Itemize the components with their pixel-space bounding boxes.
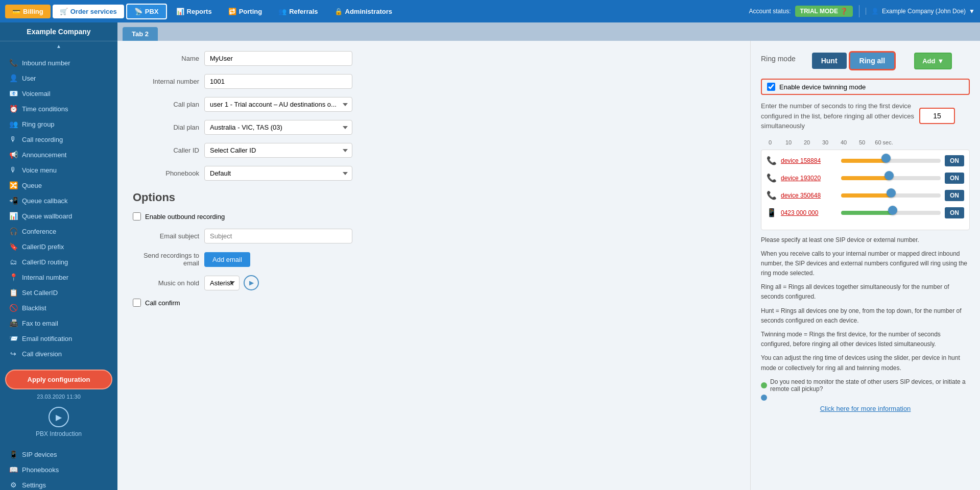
caller-id-select[interactable]: Select Caller ID xyxy=(204,143,352,158)
wallboard-icon: 📊 xyxy=(9,212,18,220)
call-confirm-checkbox[interactable] xyxy=(133,299,141,307)
inbound-number-icon: 📞 xyxy=(9,59,18,67)
phonebook-select[interactable]: Default xyxy=(204,166,352,181)
sidebar-item-queue-wallboard[interactable]: 📊 Queue wallboard xyxy=(0,208,117,224)
form-content: Name Internal number Call plan user 1 - … xyxy=(117,41,980,490)
device-name-4[interactable]: 0423 000 000 xyxy=(781,209,837,216)
sidebar-inbound-label: Inbound number xyxy=(22,59,70,67)
order-icon: 🛒 xyxy=(60,8,68,15)
sidebar-item-callerid-routing[interactable]: 🗂 CallerID routing xyxy=(0,254,117,270)
order-btn[interactable]: 🛒 Order services xyxy=(53,5,124,18)
user-avatar-icon: 👤 xyxy=(871,8,879,15)
sidebar-item-settings[interactable]: ⚙ Settings xyxy=(0,477,117,490)
sidebar-callerid-routing-label: CallerID routing xyxy=(22,258,68,266)
legend-blue xyxy=(761,395,970,401)
porting-icon: 🔁 xyxy=(228,8,236,15)
internal-number-input[interactable] xyxy=(204,74,352,89)
set-callerid-icon: 📋 xyxy=(9,288,18,297)
music-play-button[interactable]: ▶ xyxy=(244,275,259,290)
add-email-button[interactable]: Add email xyxy=(204,252,250,267)
music-controls: Asterisk ▶ xyxy=(204,275,259,290)
sidebar-item-voice-menu[interactable]: 🎙 Voice menu xyxy=(0,162,117,178)
device-slider-2[interactable] xyxy=(841,174,941,183)
apply-config-button[interactable]: Apply configuration xyxy=(5,370,112,389)
sidebar-item-inbound-number[interactable]: 📞 Inbound number xyxy=(0,55,117,70)
referrals-btn[interactable]: 👥 Referrals xyxy=(271,5,325,18)
callerid-prefix-icon: 🔖 xyxy=(9,242,18,251)
enable-recording-checkbox[interactable] xyxy=(133,212,141,220)
play-button[interactable]: ▶ xyxy=(49,407,69,427)
sidebar-item-phonebooks[interactable]: 📖 Phonebooks xyxy=(0,462,117,477)
scale-50: 50 xyxy=(853,139,871,145)
device-slider-3[interactable] xyxy=(841,191,941,200)
sidebar-item-set-callerid[interactable]: 📋 Set CallerID xyxy=(0,285,117,300)
sidebar-item-conference[interactable]: 🎧 Conference xyxy=(0,224,117,239)
tab-2[interactable]: Tab 2 xyxy=(123,27,158,41)
pbx-label: PBX xyxy=(145,8,159,15)
scroll-up-arrow[interactable]: ▲ xyxy=(0,41,117,51)
device-on-btn-1[interactable]: ON xyxy=(945,155,964,166)
click-here-link[interactable]: Click here for more information xyxy=(761,405,970,412)
device-name-1[interactable]: device 158884 xyxy=(781,157,837,164)
sidebar-item-voicemail[interactable]: 📧 Voicemail xyxy=(0,86,117,101)
music-on-hold-row: Music on hold Asterisk ▶ xyxy=(133,275,735,290)
sidebar-item-fax-to-email[interactable]: 📠 Fax to email xyxy=(0,315,117,331)
sidebar-item-announcement[interactable]: 📢 Announcement xyxy=(0,147,117,162)
sidebar-item-queue-callback[interactable]: 📲 Queue callback xyxy=(0,193,117,208)
email-subject-input[interactable] xyxy=(204,229,352,243)
sidebar-item-blacklist[interactable]: 🚫 Blacklist xyxy=(0,300,117,315)
name-row: Name xyxy=(133,51,735,66)
device-on-btn-4[interactable]: ON xyxy=(945,207,964,218)
ring-all-button[interactable]: Ring all xyxy=(849,51,896,70)
seconds-input[interactable] xyxy=(919,108,955,124)
sidebar-item-callerid-prefix[interactable]: 🔖 CallerID prefix xyxy=(0,239,117,254)
billing-btn[interactable]: 💳 Billing xyxy=(5,5,51,18)
admins-btn[interactable]: 🔒 Administrators xyxy=(327,5,399,18)
ring-group-icon: 👥 xyxy=(9,120,18,128)
sidebar-item-user[interactable]: 👤 User xyxy=(0,70,117,86)
device-slider-4[interactable] xyxy=(841,208,941,217)
dial-plan-label: Dial plan xyxy=(133,124,199,131)
sidebar-company: Example Company xyxy=(0,22,117,41)
sidebar-item-ring-group[interactable]: 👥 Ring group xyxy=(0,116,117,132)
enable-recording-label: Enable outbound recording xyxy=(145,213,225,220)
question-icon: ❓ xyxy=(840,8,848,15)
trial-badge: TRIAL MODE ❓ xyxy=(795,6,853,17)
device-row: 📞 device 350648 ON xyxy=(767,190,964,201)
name-input[interactable] xyxy=(204,51,352,66)
trial-label: TRIAL MODE xyxy=(800,8,838,15)
scale-40: 40 xyxy=(834,139,853,145)
porting-btn[interactable]: 🔁 Porting xyxy=(221,5,270,18)
caller-id-label: Caller ID xyxy=(133,146,199,154)
sidebar-user-label: User xyxy=(22,75,36,82)
music-select[interactable]: Asterisk xyxy=(204,276,240,290)
device-name-2[interactable]: device 193020 xyxy=(781,175,837,182)
pbx-intro-label: PBX Introduction xyxy=(36,430,82,437)
device-on-btn-2[interactable]: ON xyxy=(945,173,964,184)
call-confirm-row: Call confirm xyxy=(133,299,735,307)
info-line-1: When you receive calls to your internal … xyxy=(761,249,970,279)
sidebar-item-internal-number[interactable]: 📍 Internal number xyxy=(0,270,117,285)
user-info[interactable]: 👤 Example Company (John Doe) ▼ xyxy=(866,8,975,15)
call-plan-select[interactable]: user 1 - Trial account – AU destinations… xyxy=(204,97,352,112)
phone-icon-2: 📞 xyxy=(767,173,777,183)
device-name-3[interactable]: device 350648 xyxy=(781,192,837,199)
twinning-checkbox[interactable] xyxy=(767,83,775,91)
send-recordings-row: Send recordings to email Add email xyxy=(133,252,735,267)
reports-btn[interactable]: 📊 Reports xyxy=(169,5,219,18)
info-text: Please specify at least one SIP device o… xyxy=(761,235,970,373)
hunt-button[interactable]: Hunt xyxy=(812,53,847,69)
call-plan-label: Call plan xyxy=(133,101,199,108)
sidebar-item-email-notification[interactable]: 📨 Email notification xyxy=(0,331,117,346)
sidebar-item-time-conditions[interactable]: ⏰ Time conditions xyxy=(0,101,117,116)
phonebooks-label: Phonebooks xyxy=(22,466,59,474)
sidebar-item-call-diversion[interactable]: ↪ Call diversion xyxy=(0,346,117,361)
add-device-button[interactable]: Add ▼ xyxy=(914,53,952,69)
device-slider-1[interactable] xyxy=(841,156,941,165)
device-on-btn-3[interactable]: ON xyxy=(945,190,964,201)
sidebar-item-queue[interactable]: 🔀 Queue xyxy=(0,178,117,193)
sidebar-item-call-recording[interactable]: 🎙 Call recording xyxy=(0,132,117,147)
dial-plan-select[interactable]: Australia - VIC, TAS (03) xyxy=(204,120,352,135)
pbx-btn[interactable]: 📡 PBX xyxy=(126,4,167,19)
sidebar-item-sip-devices[interactable]: 📱 SIP devices xyxy=(0,447,117,462)
